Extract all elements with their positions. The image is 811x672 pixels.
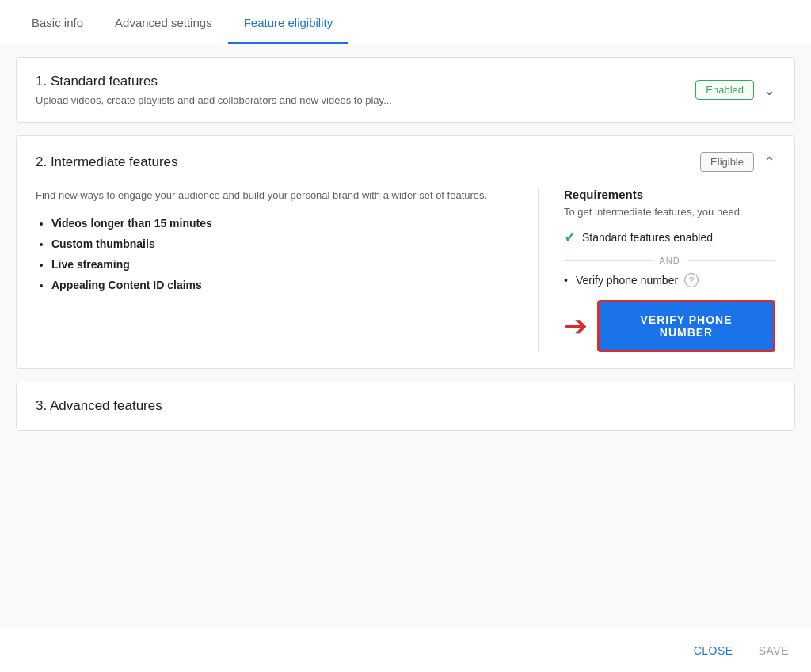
req-phone-verify: • Verify phone number ? (564, 273, 775, 287)
tab-advanced-settings[interactable]: Advanced settings (99, 3, 228, 44)
requirements-title: Requirements (564, 188, 775, 201)
list-item: Videos longer than 15 minutes (51, 217, 506, 230)
check-icon: ✓ (564, 229, 576, 246)
arrow-right-icon: ➔ (564, 309, 588, 343)
requirements-panel: Requirements To get intermediate feature… (538, 188, 775, 352)
intermediate-features-card: 2. Intermediate features Eligible ⌃ Find… (16, 135, 795, 369)
bottom-bar: CLOSE SAVE (0, 628, 811, 672)
help-icon[interactable]: ? (684, 273, 699, 287)
tab-basic-info[interactable]: Basic info (16, 3, 99, 44)
req-standard-features: ✓ Standard features enabled (564, 229, 775, 246)
intermediate-card-left: Find new ways to engage your audience an… (36, 188, 506, 352)
bullet-icon: • (564, 274, 568, 287)
intermediate-card-header: 2. Intermediate features Eligible ⌃ (36, 152, 775, 172)
eligible-badge: Eligible (700, 152, 754, 172)
standard-card-header: 1. Standard features Upload videos, crea… (36, 74, 775, 106)
intermediate-card-body: Find new ways to engage your audience an… (36, 188, 775, 352)
tabs-bar: Basic info Advanced settings Feature eli… (0, 0, 811, 44)
list-item: Appealing Content ID claims (51, 279, 506, 291)
standard-features-card: 1. Standard features Upload videos, crea… (16, 57, 795, 123)
req-phone-label: Verify phone number (576, 274, 678, 287)
standard-card-content: 1. Standard features Upload videos, crea… (36, 74, 392, 106)
close-button[interactable]: CLOSE (691, 638, 737, 663)
tab-feature-eligibility[interactable]: Feature eligibility (228, 3, 349, 44)
intermediate-description: Find new ways to engage your audience an… (36, 188, 506, 204)
intermediate-card-title: 2. Intermediate features (36, 154, 178, 170)
and-divider: AND (564, 256, 775, 265)
standard-card-title: 1. Standard features (36, 74, 392, 89)
verify-container: ➔ VERIFY PHONE NUMBER (564, 300, 775, 352)
list-item: Live streaming (51, 258, 506, 271)
standard-chevron-icon[interactable]: ⌄ (763, 82, 775, 99)
standard-card-description: Upload videos, create playlists and add … (36, 94, 392, 106)
list-item: Custom thumbnails (51, 237, 506, 250)
intermediate-chevron-icon[interactable]: ⌃ (763, 154, 775, 171)
req-standard-label: Standard features enabled (582, 231, 713, 244)
intermediate-card-right: Eligible ⌃ (700, 152, 775, 172)
standard-card-right: Enabled ⌄ (695, 80, 775, 100)
requirements-description: To get intermediate features, you need: (564, 206, 775, 218)
main-content: 1. Standard features Upload videos, crea… (0, 44, 811, 628)
save-button[interactable]: SAVE (756, 638, 792, 663)
verify-phone-button[interactable]: VERIFY PHONE NUMBER (597, 300, 775, 352)
advanced-card-title: 3. Advanced features (36, 398, 775, 414)
advanced-features-card: 3. Advanced features (16, 382, 795, 431)
enabled-badge: Enabled (695, 80, 754, 100)
intermediate-features-list: Videos longer than 15 minutes Custom thu… (36, 217, 506, 291)
